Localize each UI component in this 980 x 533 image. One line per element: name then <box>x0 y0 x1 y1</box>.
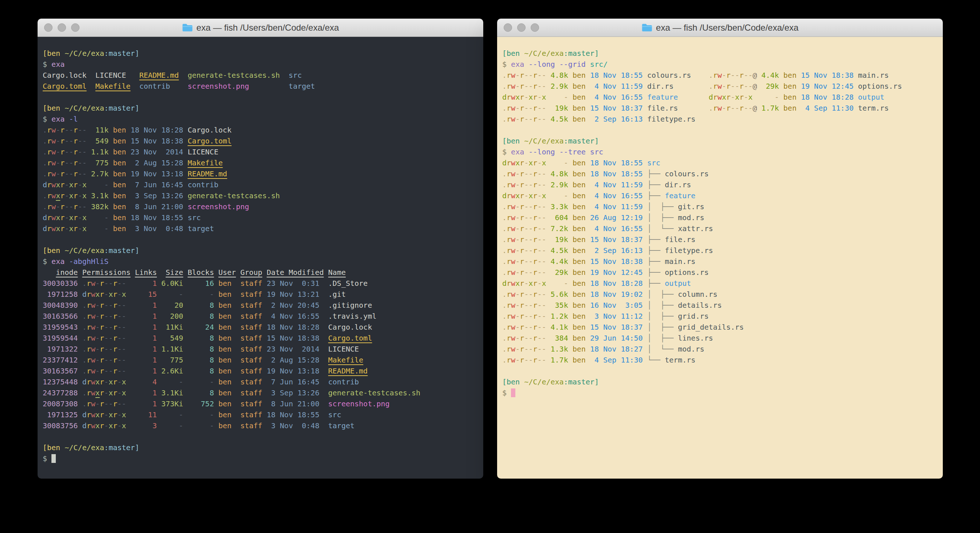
terminal-text: 18 Nov 18:55 <box>126 213 183 222</box>
permission-bit: - <box>69 169 73 178</box>
permission-bit: r <box>113 367 118 375</box>
terminal-text: 6.0Ki <box>157 279 183 288</box>
permission-bit: r <box>533 202 537 211</box>
terminal-text <box>643 356 647 364</box>
terminal-line: 20087308 .rw-r--r-- 1 373Ki 752 ben staf… <box>43 398 478 409</box>
permission-bit: - <box>95 323 100 332</box>
permission-bit: w <box>91 356 95 364</box>
terminal-line: [ben ~/C/e/exa:master] <box>502 377 938 387</box>
permission-bit: - <box>524 71 528 80</box>
terminal-text: 1.2k <box>546 312 568 321</box>
terminal-text: $ <box>43 257 51 266</box>
terminal-text: ~/C/e/exa <box>60 49 104 58</box>
minimize-button[interactable] <box>517 23 525 32</box>
permission-bit: @ <box>753 82 757 91</box>
zoom-button[interactable] <box>71 23 80 32</box>
zoom-button[interactable] <box>531 23 539 32</box>
permission-bit: w <box>511 213 515 222</box>
left-terminal-window: exa — fish /Users/ben/Code/exa/exa [ben … <box>38 19 483 479</box>
permission-bit: - <box>82 147 86 156</box>
permission-bit: r <box>520 257 524 266</box>
terminal-text: Size <box>165 268 183 277</box>
permission-bit: - <box>537 169 542 178</box>
terminal-text: 30163567 <box>43 367 78 375</box>
permission-bit: w <box>51 202 56 211</box>
permission-bit: - <box>109 312 113 321</box>
permission-bit: - <box>537 235 542 244</box>
permission-bit: r <box>507 213 511 222</box>
terminal-text: 2 Aug 15:28 <box>126 158 183 167</box>
terminal-text <box>262 268 267 277</box>
permission-bit: r <box>507 104 511 112</box>
left-titlebar[interactable]: exa — fish /Users/ben/Code/exa/exa <box>38 19 483 37</box>
terminal-text: 549 <box>86 137 108 145</box>
close-button[interactable] <box>44 23 52 32</box>
permission-bit: - <box>524 93 528 102</box>
permission-bit: d <box>709 93 713 102</box>
permission-bit: - <box>104 323 109 332</box>
terminal-text: 15 Nov 18:38 <box>797 71 854 80</box>
close-button[interactable] <box>504 23 512 32</box>
terminal-text: exa <box>511 147 524 156</box>
right-terminal-content[interactable]: [ben ~/C/e/exa:master]$ exa --long --gri… <box>497 37 943 479</box>
terminal-line: $ exa <box>43 59 478 70</box>
minimize-button[interactable] <box>57 23 66 32</box>
permission-bit: r <box>60 169 65 178</box>
permission-bit: . <box>43 126 47 134</box>
permission-bit: w <box>91 345 95 353</box>
permission-bit: - <box>537 180 542 189</box>
permission-bit: w <box>511 82 515 91</box>
terminal-text <box>643 213 647 222</box>
terminal-text: --long <box>528 60 555 69</box>
terminal-text: 19 Nov 13:21 <box>262 290 320 298</box>
permission-bit: x <box>515 279 520 288</box>
terminal-text <box>320 356 328 364</box>
permission-bit: x <box>542 191 546 200</box>
terminal-line: 23377412 .rw-r--r-- 1 775 8 ben staff 2 … <box>43 354 478 365</box>
terminal-text: ben <box>109 202 126 211</box>
permission-bit: @ <box>753 104 757 112</box>
terminal-line: .rw-r--r-- 2.9k ben 4 Nov 11:59 dir.rs .… <box>502 81 938 92</box>
permission-bit: . <box>502 268 507 277</box>
terminal-text: src <box>590 147 603 156</box>
terminal-text <box>643 93 647 102</box>
permission-bit: r <box>73 180 78 189</box>
permission-bit: r <box>520 323 524 332</box>
permission-bit: - <box>515 246 520 255</box>
terminal-text: src <box>328 410 341 419</box>
permission-bit: - <box>109 301 113 310</box>
terminal-text <box>183 158 188 167</box>
terminal-text <box>320 378 328 386</box>
terminal-text: - <box>546 191 568 200</box>
terminal-text <box>555 147 560 156</box>
permission-bit: - <box>118 312 122 321</box>
permission-bit: d <box>82 378 86 386</box>
terminal-text <box>643 312 647 321</box>
terminal-text: 4 Sep 11:30 <box>797 104 854 112</box>
permission-bit: r <box>507 202 511 211</box>
permission-bit: - <box>542 257 546 266</box>
terminal-line: [ben ~/C/e/exa:master] <box>502 136 938 147</box>
permission-bit: r <box>726 104 730 112</box>
terminal-line: 31959543 .rw-r--r-- 1 11Ki 24 ben staff … <box>43 322 478 333</box>
permission-bit: r <box>100 312 104 321</box>
permission-bit: r <box>113 334 118 342</box>
permission-bit: r <box>86 334 91 342</box>
permission-bit: - <box>744 104 748 112</box>
permission-bit: - <box>515 71 520 80</box>
permission-bit: - <box>515 169 520 178</box>
permission-bit: r <box>47 126 51 134</box>
terminal-line: [ben ~/C/e/exa:master] <box>43 245 478 256</box>
permission-bit: - <box>537 257 542 266</box>
left-terminal-content[interactable]: [ben ~/C/e/exa:master]$ exaCargo.lock LI… <box>38 37 483 479</box>
terminal-text: ben staff <box>214 290 262 298</box>
permission-bit: . <box>43 202 47 211</box>
terminal-text: ben staff <box>214 421 262 430</box>
terminal-text: ben <box>568 71 586 80</box>
terminal-text: 18 Nov 18:55 <box>586 71 643 80</box>
permission-bit: - <box>69 126 73 134</box>
right-titlebar[interactable]: exa — fish /Users/ben/Code/exa/exa <box>497 19 943 37</box>
permission-bit: r <box>47 202 51 211</box>
terminal-text: ben <box>568 312 586 321</box>
terminal-text: 8 <box>183 388 214 397</box>
